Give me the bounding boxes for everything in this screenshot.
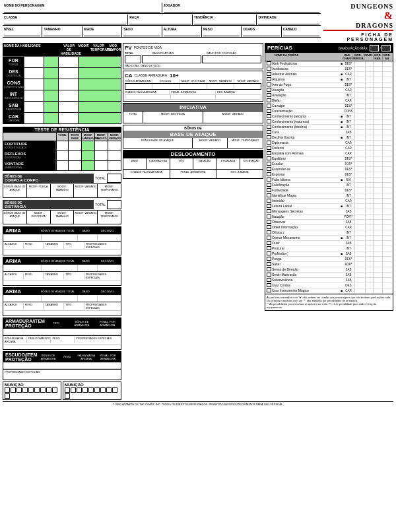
skill-grad[interactable] <box>365 119 373 124</box>
skill-grad[interactable] <box>365 204 373 209</box>
skill-checkbox[interactable] <box>267 125 271 129</box>
skill-grad[interactable] <box>365 215 373 219</box>
skill-variado[interactable] <box>382 114 391 119</box>
skill-checkbox[interactable] <box>267 188 271 192</box>
skill-mod-pericia[interactable] <box>354 109 365 114</box>
skill-mod-hab[interactable] <box>373 215 382 219</box>
skill-mod-hab[interactable] <box>373 267 382 272</box>
skill-variado[interactable] <box>382 130 391 135</box>
skill-mod-hab[interactable] <box>373 61 382 66</box>
skill-mod-hab[interactable] <box>373 88 382 92</box>
skill-checkbox[interactable] <box>267 93 271 97</box>
skill-mod-hab[interactable] <box>373 178 382 182</box>
skill-variado[interactable] <box>382 141 391 145</box>
skill-variado[interactable] <box>382 135 391 140</box>
skill-mod-hab[interactable] <box>373 188 382 193</box>
skill-grad[interactable] <box>365 193 373 198</box>
stat-valor[interactable] <box>24 113 44 123</box>
stat-modif-temp[interactable] <box>79 68 121 79</box>
skill-mod-pericia[interactable] <box>354 262 365 267</box>
skill-grad[interactable] <box>365 273 373 277</box>
ammo-box[interactable] <box>11 387 16 393</box>
skill-checkbox[interactable] <box>267 141 271 145</box>
skill-mod-pericia[interactable] <box>354 204 365 209</box>
skill-mod-pericia[interactable] <box>354 283 365 288</box>
ammo-box[interactable] <box>106 387 112 393</box>
skill-mod-pericia[interactable] <box>354 257 365 261</box>
skill-checkbox[interactable] <box>267 193 271 197</box>
raca-value[interactable] <box>129 19 191 24</box>
ammo-box[interactable] <box>46 387 51 393</box>
stat-modif[interactable] <box>44 79 59 90</box>
shield-prop-row[interactable] <box>3 374 121 380</box>
save-var[interactable] <box>108 141 121 150</box>
ammo-box[interactable] <box>65 393 70 399</box>
skill-mod-pericia[interactable] <box>354 167 365 172</box>
skill-mod-hab[interactable] <box>373 151 382 156</box>
skill-variado[interactable] <box>382 230 391 235</box>
skill-grad[interactable] <box>365 257 373 261</box>
skill-mod-pericia[interactable] <box>354 88 365 92</box>
skill-checkbox[interactable] <box>267 109 271 113</box>
save-var[interactable] <box>108 151 121 160</box>
skill-checkbox[interactable] <box>267 241 271 245</box>
skill-mod-hab[interactable] <box>373 172 382 177</box>
skill-mod-hab[interactable] <box>373 83 382 87</box>
stat-valor[interactable] <box>24 57 44 67</box>
nome-value[interactable] <box>4 7 160 13</box>
save-base[interactable] <box>68 141 81 150</box>
skill-variado[interactable] <box>382 119 391 124</box>
skill-checkbox[interactable] <box>267 204 271 208</box>
save-base[interactable] <box>68 151 81 160</box>
skill-variado[interactable] <box>382 278 391 283</box>
skill-mod-pericia[interactable] <box>354 146 365 150</box>
skill-checkbox[interactable] <box>267 178 271 182</box>
skill-mod-pericia[interactable] <box>354 236 365 240</box>
skill-grad[interactable] <box>365 288 373 293</box>
skill-mod-pericia[interactable] <box>354 251 365 256</box>
skill-checkbox[interactable] <box>267 215 271 218</box>
skill-grad[interactable] <box>365 251 373 256</box>
skill-mod-hab[interactable] <box>373 225 382 230</box>
skill-checkbox[interactable] <box>267 183 271 187</box>
skill-grad[interactable] <box>365 188 373 193</box>
skill-grad[interactable] <box>365 135 373 140</box>
skill-mod-pericia[interactable] <box>354 183 365 187</box>
armor-prop-row[interactable] <box>3 344 121 349</box>
skill-checkbox[interactable] <box>267 220 271 224</box>
skill-mod-pericia[interactable] <box>354 246 365 251</box>
skill-mod-pericia[interactable] <box>354 225 365 230</box>
save-hab[interactable] <box>81 161 94 170</box>
skill-mod-hab[interactable] <box>373 146 382 150</box>
skill-mod-pericia[interactable] <box>354 172 365 177</box>
skill-grad[interactable] <box>365 156 373 161</box>
skill-mod-hab[interactable] <box>373 109 382 114</box>
skill-variado[interactable] <box>382 88 391 92</box>
skill-checkbox[interactable] <box>267 146 271 150</box>
shield-name-row[interactable] <box>3 362 121 369</box>
skill-checkbox[interactable] <box>267 88 271 92</box>
skill-mod-hab[interactable] <box>373 220 382 224</box>
skill-mod-pericia[interactable] <box>354 278 365 283</box>
skill-variado[interactable] <box>382 67 391 71</box>
skill-grad[interactable] <box>365 88 373 92</box>
skill-grad[interactable] <box>365 267 373 272</box>
divindade-value[interactable] <box>258 19 319 24</box>
skill-variado[interactable] <box>382 162 391 166</box>
skill-grad[interactable] <box>365 230 373 235</box>
skill-mod-pericia[interactable] <box>354 135 365 140</box>
skill-grad[interactable] <box>365 225 373 230</box>
skill-grad[interactable] <box>365 236 373 240</box>
skill-mod-pericia[interactable] <box>354 67 365 71</box>
skill-checkbox[interactable] <box>267 119 271 123</box>
distancia-total-box[interactable] <box>107 200 121 209</box>
stat-valor-temp[interactable] <box>59 57 79 67</box>
skill-mod-pericia[interactable] <box>354 77 365 82</box>
skill-mod-hab[interactable] <box>373 209 382 214</box>
pv-dano-box[interactable] <box>142 55 201 63</box>
skill-checkbox[interactable] <box>267 172 271 176</box>
ammo-box[interactable] <box>88 387 94 393</box>
skill-grad[interactable] <box>365 125 373 129</box>
tendencia-value[interactable] <box>194 19 255 24</box>
skill-grad[interactable] <box>365 98 373 103</box>
